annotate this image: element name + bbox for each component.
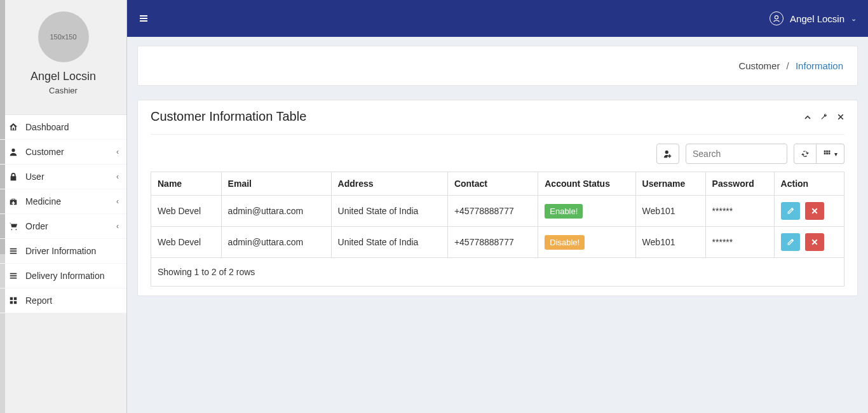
panel-customer-info: Customer Information Table [137, 100, 858, 296]
sidebar-item-label: Dashboard [25, 122, 69, 132]
chevron-down-icon: ⌄ [851, 15, 857, 23]
status-badge[interactable]: Disable! [545, 235, 585, 250]
cell-name: Web Devel [151, 196, 222, 227]
sidebar-item-medicine[interactable]: Medicine ‹ [0, 189, 126, 214]
customer-table: Name Email Address Contact Account Statu… [151, 172, 844, 258]
breadcrumb-current[interactable]: Information [796, 60, 843, 71]
close-icon[interactable] [837, 113, 844, 121]
cell-name: Web Devel [151, 227, 222, 258]
hamburger-icon[interactable] [139, 13, 149, 24]
sidebar-item-label: Delivery Information [25, 271, 105, 281]
panel-title: Customer Information Table [151, 109, 306, 124]
person-icon [9, 147, 20, 156]
cell-address: United State of India [331, 196, 447, 227]
chevron-left-icon: ‹ [116, 172, 119, 181]
cell-password: ****** [705, 196, 774, 227]
cell-email: admin@uttara.com [221, 196, 331, 227]
sidebar-item-delivery-information[interactable]: Delivery Information [0, 264, 126, 288]
lock-icon [9, 172, 20, 181]
list-icon [9, 271, 20, 280]
sidebar-item-dashboard[interactable]: Dashboard [0, 115, 126, 140]
col-username[interactable]: Username [635, 172, 705, 196]
cell-status: Disable! [538, 227, 635, 258]
caret-down-icon: ▾ [834, 151, 837, 158]
col-password[interactable]: Password [705, 172, 774, 196]
medkit-icon [9, 197, 20, 206]
list-icon [9, 247, 20, 255]
breadcrumb-parent[interactable]: Customer [738, 60, 780, 71]
cell-status: Enable! [538, 196, 635, 227]
sidebar-item-report[interactable]: Report [0, 288, 126, 313]
cell-username: Web101 [635, 227, 705, 258]
sidebar-item-label: Customer [25, 147, 64, 157]
svg-point-0 [775, 16, 778, 19]
chevron-left-icon: ‹ [116, 197, 119, 206]
chevron-left-icon: ‹ [116, 147, 119, 156]
cell-contact: +45778888777 [447, 196, 538, 227]
cell-password: ****** [705, 227, 774, 258]
col-action[interactable]: Action [774, 172, 844, 196]
topbar-user-name: Angel Locsin [790, 13, 844, 24]
cell-username: Web101 [635, 196, 705, 227]
breadcrumb-separator: / [787, 60, 789, 71]
col-contact[interactable]: Contact [447, 172, 538, 196]
profile-block: 150x150 Angel Locsin Cashier [0, 0, 126, 102]
col-name[interactable]: Name [151, 172, 222, 196]
sidebar-item-label: User [25, 172, 44, 182]
topbar: Angel Locsin ⌄ [127, 0, 868, 37]
sidebar: 150x150 Angel Locsin Cashier Dashboard C… [0, 0, 127, 413]
avatar-placeholder-text: 150x150 [50, 33, 76, 41]
sidebar-item-customer[interactable]: Customer ‹ [0, 140, 126, 165]
table-row: Web Devel admin@uttara.com United State … [151, 196, 844, 227]
table-row: Web Devel admin@uttara.com United State … [151, 227, 844, 258]
wrench-icon[interactable] [820, 113, 828, 121]
search-input[interactable] [686, 144, 787, 164]
refresh-button[interactable] [794, 144, 817, 164]
cell-contact: +45778888777 [447, 227, 538, 258]
sidebar-item-label: Driver Information [25, 246, 96, 256]
user-avatar-icon [770, 11, 783, 25]
sidebar-item-label: Report [25, 295, 52, 306]
cell-email: admin@uttara.com [221, 227, 331, 258]
columns-button[interactable]: ▾ [817, 144, 844, 164]
table-footer: Showing 1 to 2 of 2 rows [151, 258, 844, 287]
col-email[interactable]: Email [221, 172, 331, 196]
add-user-button[interactable] [656, 144, 679, 164]
sidebar-item-label: Order [25, 221, 48, 231]
edit-button[interactable] [781, 202, 800, 220]
profile-name: Angel Locsin [6, 70, 120, 83]
home-icon [9, 123, 20, 132]
sidebar-item-driver-information[interactable]: Driver Information [0, 239, 126, 264]
sidebar-item-label: Medicine [25, 196, 61, 207]
status-badge[interactable]: Enable! [545, 204, 583, 219]
collapse-icon[interactable] [804, 113, 811, 121]
table-toolbar: ▾ [138, 144, 857, 172]
table-footer-text: Showing 1 to 2 of 2 rows [158, 267, 255, 277]
profile-role: Cashier [6, 86, 120, 95]
panel-divider [151, 134, 844, 135]
delete-button[interactable] [805, 233, 824, 251]
breadcrumb: Customer / Information [137, 46, 858, 86]
sidebar-item-order[interactable]: Order ‹ [0, 214, 126, 239]
avatar: 150x150 [38, 11, 89, 62]
cell-action [774, 196, 844, 227]
grid-icon [9, 296, 20, 305]
chevron-left-icon: ‹ [116, 222, 119, 231]
cell-address: United State of India [331, 227, 447, 258]
delete-button[interactable] [805, 202, 824, 220]
table-header-row: Name Email Address Contact Account Statu… [151, 172, 844, 196]
col-account-status[interactable]: Account Status [538, 172, 635, 196]
col-address[interactable]: Address [331, 172, 447, 196]
sidebar-nav: Dashboard Customer ‹ User ‹ Med [0, 114, 126, 313]
cart-icon [9, 222, 20, 231]
sidebar-item-user[interactable]: User ‹ [0, 165, 126, 189]
user-menu[interactable]: Angel Locsin ⌄ [770, 11, 857, 25]
cell-action [774, 227, 844, 258]
edit-button[interactable] [781, 233, 800, 251]
